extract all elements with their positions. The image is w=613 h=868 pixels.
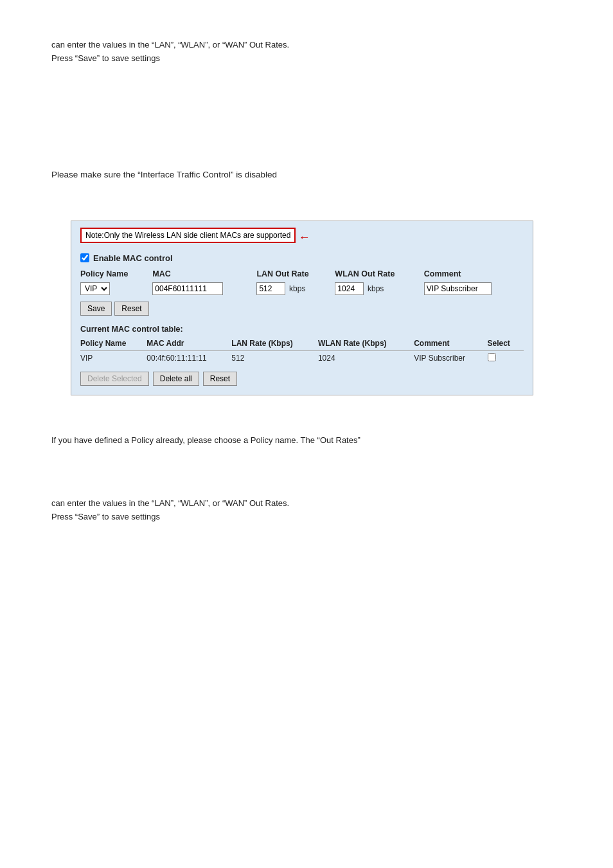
enable-mac-row: Enable MAC control [80, 253, 524, 263]
lan-out-input[interactable] [256, 282, 285, 295]
th-select: Select [488, 338, 524, 351]
spacer-after-panel [51, 395, 562, 434]
th-lan-rate: LAN Rate (Kbps) [231, 338, 318, 351]
row-select-checkbox[interactable] [488, 353, 496, 361]
intro-text-top: can enter the values in the “LAN”, “WLAN… [51, 39, 562, 66]
mac-input[interactable] [152, 282, 223, 295]
wlan-out-input[interactable] [335, 282, 364, 295]
after-line3: Press “Save” to save settings [51, 511, 562, 524]
comment-input[interactable] [424, 282, 492, 295]
mac-control-table: Policy Name MAC Addr LAN Rate (Kbps) WLA… [80, 338, 524, 365]
th-mac-addr: MAC Addr [147, 338, 231, 351]
lan-out-cell: kbps [256, 281, 335, 298]
mac-cell [152, 281, 256, 298]
policy-select-wrap: VIP [80, 282, 110, 295]
wlan-out-cell: kbps [335, 281, 423, 298]
after-panel-text: If you have defined a Policy already, pl… [51, 434, 562, 448]
form-table: Policy Name MAC LAN Out Rate WLAN Out Ra… [80, 268, 524, 298]
row-policy: VIP [80, 350, 147, 365]
row-lan: 512 [231, 350, 318, 365]
enable-mac-checkbox[interactable] [80, 253, 89, 262]
delete-all-button[interactable]: Delete all [153, 372, 199, 386]
row-comment: VIP Subscriber [414, 350, 487, 365]
comment-cell [424, 281, 524, 298]
col-header-comment: Comment [424, 268, 524, 281]
spacer-before-panel [51, 195, 562, 221]
delete-selected-button[interactable]: Delete Selected [80, 372, 149, 386]
th-policy: Policy Name [80, 338, 147, 351]
save-button[interactable]: Save [80, 302, 112, 316]
row-wlan: 1024 [318, 350, 414, 365]
notice-text: Please make sure the “Interface Traffic … [51, 170, 562, 179]
intro-line1: can enter the values in the “LAN”, “WLAN… [51, 39, 562, 52]
lan-kbps-label: kbps [289, 284, 305, 293]
form-btn-row: Save Reset [80, 302, 524, 316]
col-header-lan-out: LAN Out Rate [256, 268, 335, 281]
mac-control-panel: Note:Only the Wireless LAN side client M… [71, 221, 533, 395]
spacer-after-text [51, 458, 562, 497]
after-line1: If you have defined a Policy already, pl… [51, 434, 562, 448]
current-table-title: Current MAC control table: [80, 325, 524, 334]
after-text-block2: can enter the values in the “LAN”, “WLAN… [51, 497, 562, 524]
row-mac: 00:4f:60:11:11:11 [147, 350, 231, 365]
th-comment: Comment [414, 338, 487, 351]
col-header-wlan-out: WLAN Out Rate [335, 268, 423, 281]
policy-cell: VIP [80, 281, 152, 298]
policy-select[interactable]: VIP [80, 282, 110, 295]
th-wlan-rate: WLAN Rate (Kbps) [318, 338, 414, 351]
table-row: VIP 00:4f:60:11:11:11 512 1024 VIP Subsc… [80, 350, 524, 365]
reset-button-1[interactable]: Reset [114, 302, 148, 316]
intro-line2: Press “Save” to save settings [51, 52, 562, 66]
col-header-policy: Policy Name [80, 268, 152, 281]
enable-mac-label: Enable MAC control [93, 253, 173, 263]
bottom-btn-row: Delete Selected Delete all Reset [80, 372, 524, 386]
row-select [488, 350, 524, 365]
red-arrow-icon: ← [298, 231, 310, 244]
note-bar: Note:Only the Wireless LAN side client M… [80, 228, 296, 243]
page: can enter the values in the “LAN”, “WLAN… [0, 0, 613, 574]
col-header-mac: MAC [152, 268, 256, 281]
reset-button-2[interactable]: Reset [203, 372, 237, 386]
note-row: Note:Only the Wireless LAN side client M… [80, 228, 524, 248]
after-line2: can enter the values in the “LAN”, “WLAN… [51, 497, 562, 511]
spacer-top [51, 77, 562, 154]
wlan-kbps-label: kbps [368, 284, 384, 293]
